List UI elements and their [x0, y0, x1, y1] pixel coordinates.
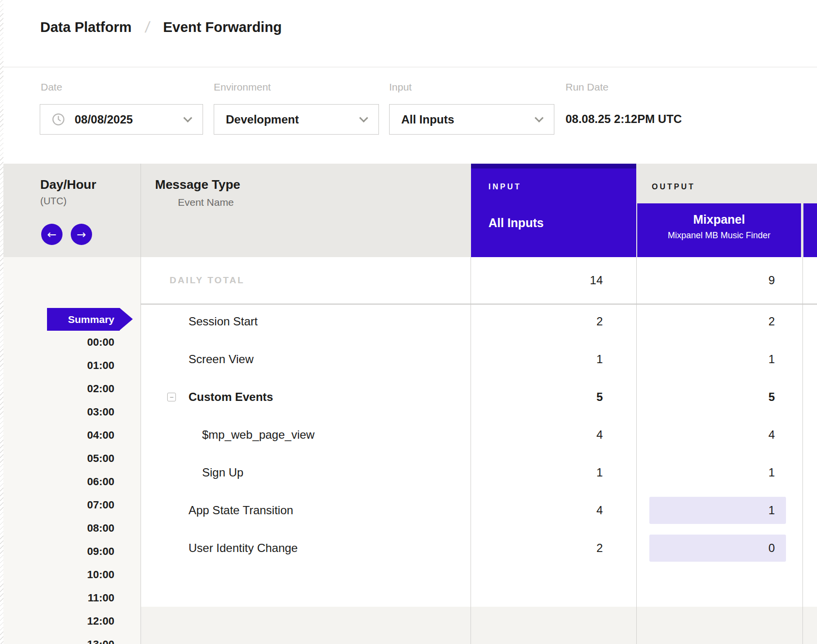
chevron-down-icon	[183, 113, 192, 122]
environment-label: Environment	[214, 81, 271, 93]
breadcrumb-section[interactable]: Data Platform	[40, 19, 132, 35]
output-column-name: Mixpanel	[637, 213, 801, 227]
run-date-value: 08.08.25 2:12PM UTC	[566, 112, 682, 126]
output-column-subtitle: Mixpanel MB Music Finder	[637, 230, 801, 241]
daily-total-row: DAILY TOTAL 14 9	[141, 257, 817, 304]
output-count: 2	[636, 303, 775, 340]
hour-slot-03[interactable]: 03:00	[0, 400, 114, 424]
output-count: 4	[636, 416, 775, 454]
hour-slot-00[interactable]: 00:00	[0, 331, 114, 354]
torn-page-edge	[0, 0, 3, 644]
table-row-session-start: Session Start 2 2	[141, 303, 817, 340]
chevron-down-icon	[359, 113, 368, 122]
row-label: Screen View	[189, 340, 253, 378]
row-label: Session Start	[189, 303, 258, 340]
date-label: Date	[41, 81, 62, 93]
hour-slot-04[interactable]: 04:00	[0, 424, 114, 447]
environment-value: Development	[226, 113, 299, 126]
daily-total-output-count: 9	[636, 257, 775, 304]
input-count: 4	[471, 491, 603, 529]
hour-slot-10[interactable]: 10:00	[0, 563, 114, 586]
run-date-label: Run Date	[566, 81, 609, 93]
hour-slot-09[interactable]: 09:00	[0, 540, 114, 563]
arrow-right-icon: →	[77, 228, 86, 241]
table-row-sign-up: Sign Up 1 1	[141, 454, 817, 491]
output-count: 1	[636, 491, 775, 529]
breadcrumb: Data Platform / Event Forwarding	[40, 18, 282, 36]
page-header: Data Platform / Event Forwarding	[3, 0, 817, 67]
input-group-label: INPUT	[488, 183, 521, 191]
arrow-left-icon: ←	[47, 228, 56, 241]
input-count: 5	[471, 378, 603, 416]
input-count: 2	[471, 303, 603, 340]
day-hour-subtitle: (UTC)	[40, 196, 66, 207]
output-column-header-mixpanel[interactable]: Mixpanel Mixpanel MB Music Finder	[637, 203, 801, 257]
row-label: Custom Events	[189, 378, 273, 416]
row-label: $mp_web_page_view	[202, 416, 314, 454]
input-column-header[interactable]: INPUT All Inputs	[471, 164, 636, 257]
table-row-screen-view: Screen View 1 1	[141, 340, 817, 378]
table-row-user-identity-change: User Identity Change 2 0	[141, 529, 817, 567]
date-value: 08/08/2025	[75, 113, 133, 126]
next-day-button[interactable]: →	[71, 224, 92, 245]
input-count: 4	[471, 416, 603, 454]
collapse-toggle-icon[interactable]: −	[167, 393, 176, 401]
day-hour-title: Day/Hour	[40, 177, 96, 192]
input-value: All Inputs	[401, 113, 454, 126]
input-count: 1	[471, 340, 603, 378]
hour-slot-07[interactable]: 07:00	[0, 493, 114, 517]
output-count: 5	[636, 378, 775, 416]
input-column-name: All Inputs	[488, 216, 544, 230]
row-label: App State Transition	[189, 491, 293, 529]
summary-tab[interactable]: Summary	[47, 308, 120, 331]
input-column-accent-strip	[471, 164, 636, 169]
page-title: Event Forwarding	[163, 19, 282, 35]
hour-slot-02[interactable]: 02:00	[0, 377, 114, 400]
daily-total-label: DAILY TOTAL	[170, 257, 245, 304]
prev-day-button[interactable]: ←	[41, 224, 63, 245]
input-label: Input	[389, 81, 412, 93]
clock-icon	[52, 113, 65, 126]
input-count: 2	[471, 529, 603, 567]
chevron-down-icon	[534, 113, 543, 122]
table-row-mp-web-page-view: $mp_web_page_view 4 4	[141, 416, 817, 454]
hour-slot-01[interactable]: 01:00	[0, 354, 114, 377]
output-count: 1	[636, 340, 775, 378]
hour-slot-11[interactable]: 11:00	[0, 586, 114, 610]
hour-slot-05[interactable]: 05:00	[0, 447, 114, 470]
table-row-app-state-transition: App State Transition 4 1	[141, 491, 817, 529]
input-count: 1	[471, 454, 603, 491]
table-row-custom-events: − Custom Events 5 5	[141, 378, 817, 416]
hour-slot-08[interactable]: 08:00	[0, 517, 114, 540]
input-select[interactable]: All Inputs	[389, 104, 554, 135]
breadcrumb-separator: /	[144, 18, 151, 36]
output-count: 0	[636, 529, 775, 567]
hour-slot-12[interactable]: 12:00	[0, 610, 114, 633]
output-column-header-next[interactable]	[803, 203, 817, 257]
row-label: Sign Up	[202, 454, 243, 491]
grid-footer-background	[141, 607, 817, 644]
hour-slot-06[interactable]: 06:00	[0, 470, 114, 493]
date-select[interactable]: 08/08/2025	[40, 104, 203, 135]
message-type-subtitle: Event Name	[178, 197, 234, 208]
output-count: 1	[636, 454, 775, 491]
row-label: User Identity Change	[189, 529, 298, 567]
message-type-title: Message Type	[155, 177, 240, 192]
output-group-label: OUTPUT	[652, 183, 695, 191]
environment-select[interactable]: Development	[214, 104, 379, 135]
daily-total-input-count: 14	[471, 257, 603, 304]
event-forwarding-page: Data Platform / Event Forwarding Date En…	[0, 0, 817, 644]
hour-slot-13[interactable]: 13:00	[0, 633, 114, 644]
summary-tab-label: Summary	[68, 314, 114, 325]
